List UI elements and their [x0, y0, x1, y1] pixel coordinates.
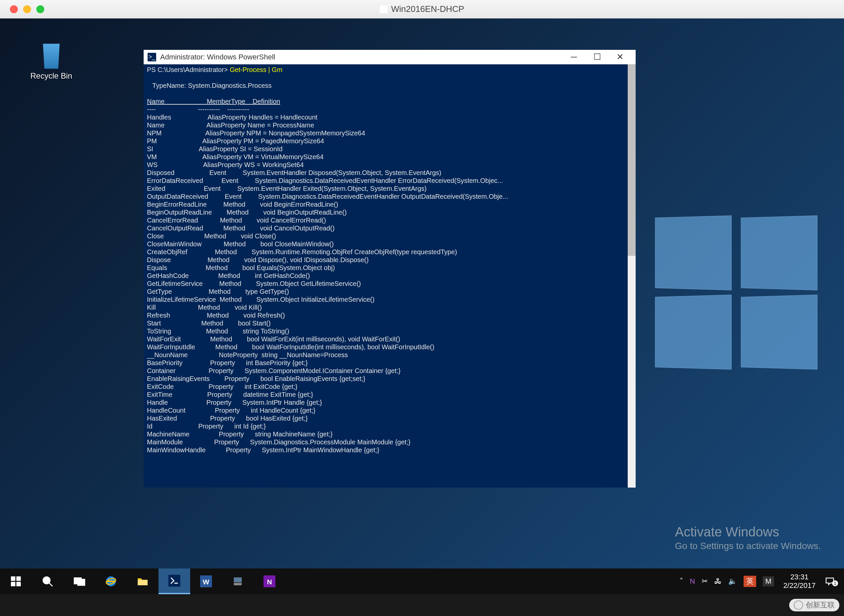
- activate-subtitle: Go to Settings to activate Windows.: [675, 541, 821, 551]
- prompt-line: PS C:\Users\Administrator> Get-Process |…: [147, 66, 632, 73]
- svg-rect-0: [11, 576, 16, 581]
- powershell-icon: >_: [148, 53, 156, 62]
- output-row: ExitTime Property datetime ExitTime {get…: [147, 390, 632, 399]
- svg-text:N: N: [267, 578, 272, 586]
- task-view-icon: [73, 575, 85, 587]
- recycle-bin-icon: [37, 41, 65, 69]
- output-row: Exited Event System.EventHandler Exited(…: [147, 185, 632, 192]
- output-row: NPM AliasProperty NPM = NonpagedSystemMe…: [147, 129, 632, 137]
- taskbar-explorer[interactable]: [127, 569, 159, 594]
- svg-rect-10: [138, 580, 148, 586]
- minimize-button[interactable]: ─: [562, 50, 586, 64]
- output-row: CancelErrorRead Method void CancelErrorR…: [147, 216, 632, 224]
- tray-chevron[interactable]: ˄: [676, 569, 687, 594]
- start-button[interactable]: [0, 569, 32, 594]
- tray-volume-icon[interactable]: 🔈: [725, 569, 740, 594]
- output-row: ExitCode Property int ExitCode {get;}: [147, 383, 632, 390]
- onenote-icon: N: [264, 575, 275, 587]
- folder-icon: [137, 575, 148, 587]
- taskbar-word[interactable]: W: [190, 569, 222, 594]
- output-row: BeginErrorReadLine Method void BeginErro…: [147, 200, 632, 208]
- search-icon: [42, 575, 53, 587]
- host-minimize-button[interactable]: [23, 5, 31, 13]
- server-manager-icon: [232, 575, 244, 587]
- ie-icon: [105, 575, 117, 587]
- output-row: MainWindowHandle Property System.IntPtr …: [147, 446, 632, 454]
- close-button[interactable]: ✕: [609, 50, 632, 64]
- output-header: Name MemberType Definition: [147, 97, 632, 105]
- scrollbar-thumb[interactable]: [628, 65, 636, 256]
- task-view-button[interactable]: [63, 569, 95, 594]
- output-row: CloseMainWindow Method bool CloseMainWin…: [147, 240, 632, 248]
- powershell-taskbar-icon: [169, 575, 180, 587]
- output-row: HandleCount Property int HandleCount {ge…: [147, 406, 632, 414]
- tray-snip-icon[interactable]: ✂: [699, 569, 711, 594]
- output-row: WS AliasProperty WS = WorkingSet64: [147, 161, 632, 169]
- svg-rect-15: [234, 583, 242, 586]
- word-icon: W: [200, 575, 212, 587]
- powershell-title: Administrator: Windows PowerShell: [160, 53, 562, 62]
- activate-windows-watermark: Activate Windows Go to Settings to activ…: [675, 525, 821, 551]
- taskbar[interactable]: W N ˄ N ✂ 🖧 🔈 英 M 23:31 2/22/2017 1: [0, 569, 844, 594]
- vm-icon: [380, 5, 388, 13]
- taskbar-server-manager[interactable]: [222, 569, 254, 594]
- output-row: Close Method void Close(): [147, 232, 632, 240]
- output-row: InitializeLifetimeService Method System.…: [147, 295, 632, 304]
- output-row: ToString Method string ToString(): [147, 327, 632, 335]
- host-titlebar: Win2016EN-DHCP: [0, 0, 844, 19]
- powershell-window[interactable]: >_ Administrator: Windows PowerShell ─ ☐…: [144, 50, 636, 488]
- svg-rect-7: [78, 579, 85, 585]
- output-row: PM AliasProperty PM = PagedMemorySize64: [147, 137, 632, 145]
- windows-logo-wallpaper: [652, 217, 824, 375]
- output-row: WaitForInputIdle Method bool WaitForInpu…: [147, 343, 632, 351]
- tray-ime-lang[interactable]: 英: [740, 569, 759, 594]
- output-row: SI AliasProperty SI = SessionId: [147, 145, 632, 153]
- output-row: ErrorDataReceived Event System.Diagnosti…: [147, 177, 632, 185]
- output-row: BasePriority Property int BasePriority {…: [147, 359, 632, 367]
- powershell-titlebar[interactable]: >_ Administrator: Windows PowerShell ─ ☐…: [144, 50, 636, 65]
- output-row: Equals Method bool Equals(System.Object …: [147, 264, 632, 272]
- output-row: Dispose Method void Dispose(), void IDis…: [147, 256, 632, 264]
- tray-clock[interactable]: 23:31 2/22/2017: [777, 573, 822, 590]
- scrollbar[interactable]: [628, 65, 636, 488]
- tray-ime-kb[interactable]: M: [759, 569, 777, 594]
- search-button[interactable]: [32, 569, 63, 594]
- svg-point-4: [43, 577, 50, 584]
- windows-start-icon: [10, 575, 22, 587]
- output-row: Start Method bool Start(): [147, 319, 632, 327]
- notification-badge: 1: [832, 580, 838, 586]
- guest-desktop[interactable]: Recycle Bin >_ Administrator: Windows Po…: [0, 19, 844, 594]
- taskbar-powershell[interactable]: [159, 569, 190, 594]
- action-center-button[interactable]: 1: [822, 569, 844, 594]
- output-row: GetHashCode Method int GetHashCode(): [147, 272, 632, 280]
- maximize-button[interactable]: ☐: [586, 50, 609, 64]
- output-header-underline: ---- ---------- ----------: [147, 105, 632, 113]
- host-window-title: Win2016EN-DHCP: [380, 4, 464, 14]
- output-row: Name AliasProperty Name = ProcessName: [147, 121, 632, 129]
- svg-rect-14: [234, 577, 242, 582]
- output-row: GetLifetimeService Method System.Object …: [147, 280, 632, 287]
- output-row: EnableRaisingEvents Property bool Enable…: [147, 375, 632, 383]
- tray-onenote-icon[interactable]: N: [687, 569, 699, 594]
- taskbar-onenote[interactable]: N: [254, 569, 285, 594]
- output-row: Handles AliasProperty Handles = Handleco…: [147, 113, 632, 121]
- output-row: VM AliasProperty VM = VirtualMemorySize6…: [147, 153, 632, 161]
- tray-network-icon[interactable]: 🖧: [711, 569, 725, 594]
- svg-rect-2: [11, 582, 16, 587]
- output-row: Refresh Method void Refresh(): [147, 311, 632, 319]
- output-row: BeginOutputReadLine Method void BeginOut…: [147, 208, 632, 216]
- svg-rect-3: [16, 582, 21, 587]
- page-watermark: 创新互联: [789, 599, 840, 612]
- tray-time: 23:31: [783, 573, 816, 581]
- powershell-terminal[interactable]: PS C:\Users\Administrator> Get-Process |…: [144, 65, 636, 488]
- host-maximize-button[interactable]: [36, 5, 44, 13]
- output-row: Id Property int Id {get;}: [147, 422, 632, 430]
- output-row: Disposed Event System.EventHandler Dispo…: [147, 169, 632, 177]
- recycle-bin-label: Recycle Bin: [30, 71, 72, 81]
- taskbar-ie[interactable]: [95, 569, 127, 594]
- recycle-bin-shortcut[interactable]: Recycle Bin: [30, 41, 72, 81]
- output-row: MainModule Property System.Diagnostics.P…: [147, 438, 632, 446]
- host-close-button[interactable]: [10, 5, 18, 13]
- output-row: CancelOutputRead Method void CancelOutpu…: [147, 224, 632, 232]
- output-row: Handle Property System.IntPtr Handle {ge…: [147, 399, 632, 406]
